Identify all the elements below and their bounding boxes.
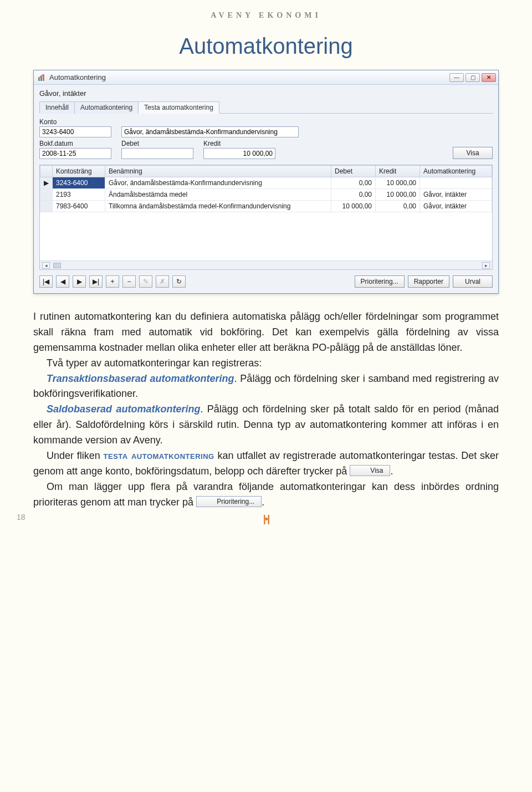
context-label: Gåvor, intäkter xyxy=(39,89,493,98)
col-kredit[interactable]: Kredit xyxy=(376,166,420,177)
svg-rect-1 xyxy=(40,76,42,81)
label-bokfdatum: Bokf.datum xyxy=(39,140,111,147)
col-benamning[interactable]: Benämning xyxy=(105,166,331,177)
close-button[interactable]: ✕ xyxy=(482,73,496,82)
svg-rect-2 xyxy=(43,75,44,81)
table-row[interactable]: 7983-6400Tillkomna ändamålsbestämda mede… xyxy=(40,201,492,212)
nav-delete[interactable]: − xyxy=(122,275,136,288)
titlebar: Automatkontering — ▢ ✕ xyxy=(34,70,498,85)
rapporter-button[interactable]: Rapporter xyxy=(408,275,449,288)
kredit-input[interactable] xyxy=(203,148,275,159)
label-kredit: Kredit xyxy=(203,140,275,147)
nav-cancel[interactable]: ✗ xyxy=(156,275,169,288)
nav-first[interactable]: |◀ xyxy=(39,275,53,288)
kw-saldobaserad: Saldobaserad automatkontering xyxy=(47,403,200,415)
footer-logo-icon: |•| xyxy=(263,513,269,525)
label-konto: Konto xyxy=(39,118,111,126)
inline-visa-button[interactable]: Visa xyxy=(350,465,390,476)
bokfdatum-input[interactable] xyxy=(39,148,111,159)
prioritering-button[interactable]: Prioritering... xyxy=(355,275,405,288)
paragraph-3: Saldobaserad automatkontering. Pålägg oc… xyxy=(33,402,499,448)
konto-desc-input[interactable] xyxy=(121,126,299,137)
page-number: 18 xyxy=(17,513,25,522)
table-row[interactable]: 2193Ändamålsbestämda medel0,0010 000,00G… xyxy=(40,189,492,201)
scroll-thumb[interactable] xyxy=(53,263,61,268)
nav-refresh[interactable]: ↻ xyxy=(172,275,186,288)
app-icon xyxy=(37,73,46,82)
body-text: I rutinen automatkontering kan du defini… xyxy=(33,309,499,510)
caps-testa-automatkontering: testa automatkontering xyxy=(104,450,214,461)
nav-next[interactable]: ▶ xyxy=(73,275,86,288)
col-kontostrang[interactable]: Kontosträng xyxy=(53,166,105,177)
tab-innehall[interactable]: Innehåll xyxy=(39,101,75,114)
scroll-left-button[interactable]: ◂ xyxy=(42,262,50,269)
app-window: Automatkontering — ▢ ✕ Gåvor, intäkter I… xyxy=(33,70,499,294)
scroll-right-button[interactable]: ▸ xyxy=(482,262,490,269)
tabs: Innehåll Automatkontering Testa automatk… xyxy=(39,101,493,114)
paragraph-1: I rutinen automatkontering kan du defini… xyxy=(33,309,499,356)
grid-scrollbar[interactable]: ◂ ▸ xyxy=(40,260,492,269)
visa-button[interactable]: Visa xyxy=(453,147,493,159)
window-title: Automatkontering xyxy=(49,73,106,81)
tab-testa-automatkontering[interactable]: Testa automatkontering xyxy=(138,101,219,114)
paragraph-5: Om man lägger upp flera på varandra följ… xyxy=(33,479,499,510)
table-row[interactable]: ▶3243-6400Gåvor, ändamålsbestämda-Konfir… xyxy=(40,177,492,189)
nav-last[interactable]: ▶| xyxy=(89,275,103,288)
label-debet: Debet xyxy=(121,140,193,147)
inline-prioritering-button[interactable]: Prioritering... xyxy=(196,496,262,507)
urval-button[interactable]: Urval xyxy=(453,275,493,288)
page-header: AVENY EKONOMI xyxy=(33,11,499,20)
nav-prev[interactable]: ◀ xyxy=(56,275,69,288)
page-title: Automatkontering xyxy=(33,34,499,59)
bottom-bar: |◀ ◀ ▶ ▶| + − ✎ ✗ ↻ Prioritering... Rapp… xyxy=(39,275,493,288)
nav-add[interactable]: + xyxy=(106,275,119,288)
tab-automatkontering[interactable]: Automatkontering xyxy=(74,101,139,114)
paragraph-2: Transaktionsbaserad automatkontering. På… xyxy=(33,371,499,402)
col-automatkontering[interactable]: Automatkontering xyxy=(420,166,492,177)
paragraph-4: Under fliken testa automatkontering kan … xyxy=(33,448,499,479)
kw-transaktionsbaserad: Transaktionsbaserad automatkontering xyxy=(47,373,234,384)
maximize-button[interactable]: ▢ xyxy=(466,73,480,82)
konto-input[interactable] xyxy=(39,126,111,137)
paragraph-2-intro: Två typer av automatkonteringar kan regi… xyxy=(33,356,499,371)
nav-edit[interactable]: ✎ xyxy=(139,275,152,288)
results-grid: Kontosträng Benämning Debet Kredit Autom… xyxy=(39,165,493,270)
debet-input[interactable] xyxy=(121,148,193,159)
col-debet[interactable]: Debet xyxy=(331,166,376,177)
minimize-button[interactable]: — xyxy=(449,73,464,82)
svg-rect-0 xyxy=(38,78,40,81)
